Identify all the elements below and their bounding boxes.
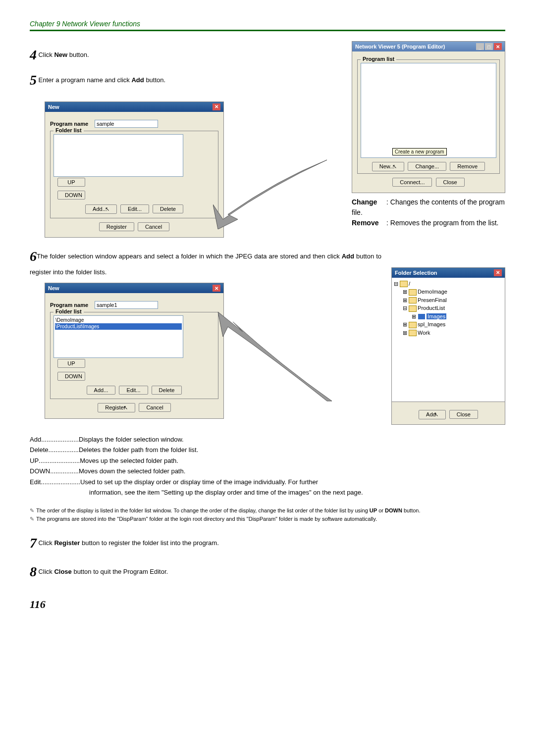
close-button[interactable]: Close xyxy=(449,410,478,419)
step-4: 4 Click New button. xyxy=(30,44,342,66)
divider xyxy=(30,30,505,31)
note: ✎ The programs are stored into the "Disp… xyxy=(30,516,505,522)
description-row: DOWN................Moves down the selec… xyxy=(30,466,505,476)
cursor-icon: ↖ xyxy=(392,163,397,169)
register-button[interactable]: Register↖ xyxy=(98,403,135,412)
description-row: Edit......................Used to set up… xyxy=(30,477,505,487)
down-button[interactable]: DOWN xyxy=(57,372,85,381)
cursor-icon: ↖ xyxy=(105,206,109,212)
close-icon[interactable]: ✕ xyxy=(494,269,502,276)
cancel-button[interactable]: Cancel xyxy=(139,403,170,412)
tree-item[interactable]: PresenFinal xyxy=(418,297,447,303)
pencil-icon: ✎ xyxy=(30,507,34,514)
step-6: 6The folder selection window appears and… xyxy=(30,246,381,278)
tree-item[interactable]: DemoImage xyxy=(418,289,447,295)
list-item[interactable]: \ProductList\Images xyxy=(55,323,182,330)
title: New xyxy=(48,285,59,291)
close-icon[interactable]: ✕ xyxy=(213,285,220,292)
description-row: Delete.................Deletes the folde… xyxy=(30,445,505,455)
title: New xyxy=(48,104,59,110)
close-button[interactable]: Close xyxy=(436,178,465,187)
up-button[interactable]: UP xyxy=(57,359,85,368)
tooltip: Create a new program xyxy=(392,148,447,155)
step-5: 5 Enter a program name and click Add but… xyxy=(30,69,342,92)
tree-item[interactable]: Work xyxy=(418,330,430,336)
pencil-icon: ✎ xyxy=(30,516,34,522)
list-item[interactable]: \DemoImage xyxy=(55,317,182,323)
titlebar: New ✕ xyxy=(45,102,223,112)
titlebar: Folder Selection ✕ xyxy=(392,268,505,278)
description-continuation: information, see the item "Setting up th… xyxy=(89,488,505,498)
note: ✎ The order of the display is listed in … xyxy=(30,507,505,514)
folder-list[interactable]: \DemoImage \ProductList\Images xyxy=(54,315,183,358)
connect-button[interactable]: Connect... xyxy=(392,178,432,187)
edit-button[interactable]: Edit... xyxy=(120,204,149,213)
title: Folder Selection xyxy=(395,270,437,276)
add-button[interactable]: Add...↖ xyxy=(85,204,117,214)
chapter-header: Chapter 9 Network Viewer functions xyxy=(30,20,505,28)
down-button[interactable]: DOWN xyxy=(57,191,85,200)
up-button[interactable]: UP xyxy=(57,178,85,187)
step-8: 8 Click Close button to quit the Program… xyxy=(30,561,505,583)
folder-tree[interactable]: ⊟ / ⊞ DemoImage ⊞ PresenFinal ⊟ ProductL… xyxy=(392,278,505,339)
program-name-label: Program name xyxy=(50,121,95,127)
tree-item[interactable]: spl_Images xyxy=(418,321,445,327)
title: Network Viewer 5 (Program Editor) xyxy=(355,44,445,50)
maximize-icon[interactable]: □ xyxy=(485,43,493,50)
new-dialog-2: New ✕ Program name Folder list \DemoImag… xyxy=(45,283,224,419)
add-button[interactable]: Add... xyxy=(87,386,116,395)
new-dialog-1: New ✕ Program name Folder list UP DOWN A xyxy=(45,101,224,238)
cursor-icon: ↖ xyxy=(434,411,438,417)
description-row: UP.......................Moves up the se… xyxy=(30,456,505,466)
titlebar: New ✕ xyxy=(45,283,223,293)
program-list[interactable] xyxy=(361,63,496,158)
delete-button[interactable]: Delete xyxy=(152,386,182,395)
tree-item[interactable]: / xyxy=(409,281,410,287)
delete-button[interactable]: Delete xyxy=(153,204,183,213)
folder-list-label: Folder list xyxy=(54,308,84,314)
register-button[interactable]: Register xyxy=(99,222,134,231)
program-name-input[interactable] xyxy=(95,301,158,309)
page-number: 116 xyxy=(30,598,505,611)
remove-button[interactable]: Remove xyxy=(450,162,485,171)
change-remove-desc: Change: Changes the contents of the prog… xyxy=(352,197,505,228)
cursor-icon: ↖ xyxy=(123,404,128,410)
step-7: 7 Click Register button to register the … xyxy=(30,532,505,554)
folder-list[interactable] xyxy=(54,134,183,177)
edit-button[interactable]: Edit... xyxy=(119,386,148,395)
cancel-button[interactable]: Cancel xyxy=(138,222,169,231)
close-icon[interactable]: ✕ xyxy=(494,43,502,50)
program-editor-window: Network Viewer 5 (Program Editor) _ □ ✕ … xyxy=(352,41,505,193)
tree-item-selected[interactable]: Images xyxy=(427,313,446,319)
description-row: Add.....................Displays the fol… xyxy=(30,435,505,445)
description-list: Add.....................Displays the fol… xyxy=(30,435,505,498)
program-list-label: Program list xyxy=(361,56,396,62)
titlebar: Network Viewer 5 (Program Editor) _ □ ✕ xyxy=(352,42,505,51)
close-icon[interactable]: ✕ xyxy=(213,103,220,110)
folder-list-label: Folder list xyxy=(54,127,84,133)
add-button[interactable]: Add↖ xyxy=(419,410,446,419)
change-button[interactable]: Change... xyxy=(408,162,446,171)
minimize-icon[interactable]: _ xyxy=(476,43,484,50)
folder-selection-window: Folder Selection ✕ ⊟ / ⊞ DemoImage ⊞ Pre… xyxy=(391,267,505,425)
tree-item[interactable]: ProductList xyxy=(418,305,445,311)
program-name-label: Program name xyxy=(50,302,95,308)
program-name-input[interactable] xyxy=(95,120,158,128)
new-button[interactable]: New...↖ xyxy=(372,162,405,171)
